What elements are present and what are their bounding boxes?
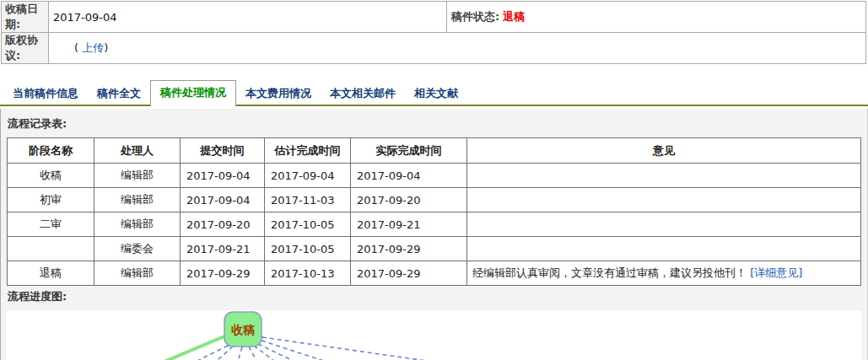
opinion-cell bbox=[467, 237, 861, 261]
copyright-cell: ( 上传) bbox=[49, 33, 866, 64]
flow-edge-dashed bbox=[230, 347, 242, 360]
estimated-completion-cell: 2017-10-13 bbox=[265, 261, 351, 286]
estimated-completion-cell: 2017-09-04 bbox=[265, 164, 351, 188]
column-header: 实际完成时间 bbox=[351, 138, 467, 164]
estimated-completion-cell: 2017-11-03 bbox=[265, 188, 351, 212]
stage-cell: 收稿 bbox=[8, 164, 94, 188]
status-value: 退稿 bbox=[503, 10, 525, 23]
actual-completion-cell: 2017-09-20 bbox=[351, 188, 467, 212]
column-header: 估计完成时间 bbox=[265, 138, 351, 164]
receipt-date-row: 收稿日期: 2017-09-04 稿件状态: 退稿 bbox=[2, 2, 866, 33]
submit-time-cell: 2017-09-29 bbox=[181, 261, 265, 286]
status-cell: 稿件状态: 退稿 bbox=[447, 2, 866, 33]
receipt-date-label: 收稿日期: bbox=[2, 2, 49, 33]
flow-diagram-svg: 收稿 bbox=[7, 310, 861, 360]
flow-progress-diagram-label: 流程进度图: bbox=[8, 289, 861, 304]
handler-cell: 编委会 bbox=[94, 237, 181, 261]
flow-progress-diagram: 收稿 bbox=[7, 310, 861, 360]
status-label: 稿件状态: bbox=[451, 10, 499, 23]
handler-cell: 编辑部 bbox=[94, 212, 181, 237]
handler-cell: 编辑部 bbox=[94, 164, 181, 188]
process-record-table-label: 流程记录表: bbox=[8, 116, 861, 132]
processing-status-panel: 流程记录表: 阶段名称处理人提交时间估计完成时间实际完成时间意见 收稿 编辑部 … bbox=[0, 109, 868, 360]
opinion-cell bbox=[467, 212, 861, 237]
copyright-row: 版权协议: ( 上传) bbox=[2, 33, 866, 64]
copyright-paren-open: ( bbox=[74, 41, 82, 54]
tab-full-text[interactable]: 稿件全文 bbox=[88, 82, 150, 105]
submit-time-cell: 2017-09-21 bbox=[181, 237, 265, 261]
table-row: 二审 编辑部 2017-09-20 2017-10-05 2017-09-21 bbox=[8, 212, 861, 237]
handler-cell: 编辑部 bbox=[94, 188, 181, 212]
stage-cell bbox=[8, 237, 94, 261]
stage-cell: 退稿 bbox=[8, 261, 94, 286]
handler-cell: 编辑部 bbox=[94, 261, 181, 286]
table-header-row: 阶段名称处理人提交时间估计完成时间实际完成时间意见 bbox=[8, 138, 861, 164]
column-header: 处理人 bbox=[94, 138, 181, 164]
estimated-completion-cell: 2017-10-05 bbox=[265, 212, 351, 237]
flow-node-label: 收稿 bbox=[231, 323, 255, 336]
submit-time-cell: 2017-09-20 bbox=[181, 212, 265, 237]
copyright-label: 版权协议: bbox=[2, 33, 49, 64]
opinion-cell bbox=[467, 188, 861, 212]
column-header: 阶段名称 bbox=[8, 138, 94, 164]
opinion-cell bbox=[467, 164, 861, 188]
flow-edge-dashed bbox=[258, 344, 344, 360]
table-row: 编委会 2017-09-21 2017-10-05 2017-09-29 bbox=[8, 237, 861, 261]
tab-bar: 当前稿件信息 稿件全文 稿件处理情况 本文费用情况 本文相关邮件 相关文献 bbox=[0, 80, 868, 106]
actual-completion-cell: 2017-09-21 bbox=[351, 212, 467, 237]
tab-related-literature[interactable]: 相关文献 bbox=[405, 82, 467, 105]
tab-processing-status[interactable]: 稿件处理情况 bbox=[150, 80, 236, 106]
opinion-text: 经编辑部认真审阅，文章没有通过审稿，建议另投他刊！ bbox=[472, 266, 750, 279]
submit-time-cell: 2017-09-04 bbox=[181, 188, 265, 212]
estimated-completion-cell: 2017-10-05 bbox=[265, 237, 351, 261]
flow-edge-dashed bbox=[261, 341, 399, 360]
table-row: 初审 编辑部 2017-09-04 2017-11-03 2017-09-20 bbox=[8, 188, 861, 212]
actual-completion-cell: 2017-09-29 bbox=[351, 261, 467, 286]
upload-link[interactable]: 上传 bbox=[82, 41, 104, 54]
flow-edge-dashed bbox=[262, 337, 585, 360]
opinion-cell: 经编辑部认真审阅，文章没有通过审稿，建议另投他刊！ [详细意见] bbox=[467, 261, 861, 286]
copyright-paren-close: ) bbox=[104, 41, 108, 54]
column-header: 提交时间 bbox=[181, 138, 265, 164]
stage-cell: 二审 bbox=[8, 212, 94, 237]
actual-completion-cell: 2017-09-29 bbox=[351, 237, 467, 261]
manuscript-info-table: 收稿日期: 2017-09-04 稿件状态: 退稿 版权协议: ( 上传) bbox=[1, 1, 866, 64]
submit-time-cell: 2017-09-04 bbox=[181, 164, 265, 188]
actual-completion-cell: 2017-09-04 bbox=[351, 164, 467, 188]
receipt-date-value: 2017-09-04 bbox=[49, 2, 447, 33]
tab-current-manuscript-info[interactable]: 当前稿件信息 bbox=[3, 82, 88, 105]
stage-cell: 初审 bbox=[8, 188, 94, 212]
table-row: 退稿 编辑部 2017-09-29 2017-10-13 2017-09-29 … bbox=[8, 261, 861, 286]
detailed-opinion-link[interactable]: [详细意见] bbox=[750, 266, 802, 279]
column-header: 意见 bbox=[467, 138, 861, 164]
tab-fee-status[interactable]: 本文费用情况 bbox=[236, 82, 321, 105]
table-row: 收稿 编辑部 2017-09-04 2017-09-04 2017-09-04 bbox=[8, 164, 861, 188]
process-record-table: 阶段名称处理人提交时间估计完成时间实际完成时间意见 收稿 编辑部 2017-09… bbox=[7, 137, 861, 286]
tab-related-emails[interactable]: 本文相关邮件 bbox=[321, 82, 405, 105]
